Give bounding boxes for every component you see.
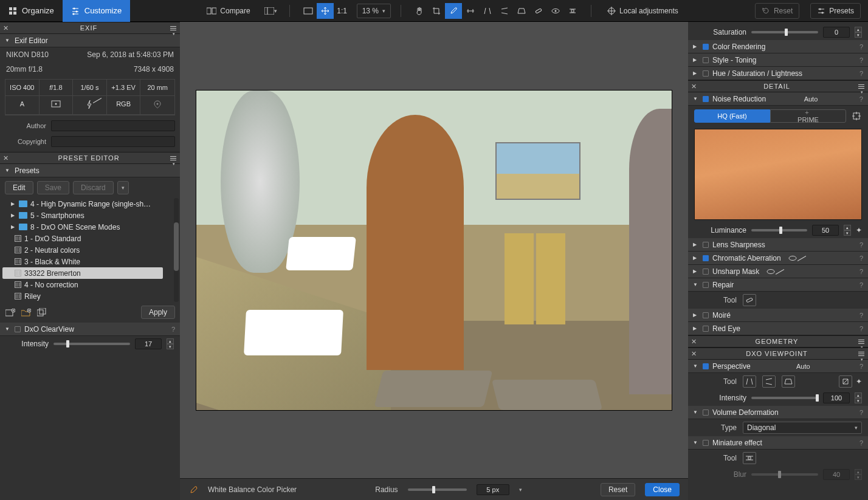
intensity-spinner[interactable]: ▴▾ (167, 338, 174, 349)
picker-tool[interactable] (445, 3, 462, 19)
panel-menu-icon[interactable] (167, 150, 180, 166)
moire-section[interactable]: ▶Moiré? (688, 309, 868, 322)
lens-sharpness-section[interactable]: ▶Lens Sharpness? (688, 238, 868, 252)
crop-tool[interactable] (428, 3, 445, 19)
top-presets-button[interactable]: Presets (810, 3, 861, 19)
preset-folder[interactable]: ▶4 - High Dynamic Range (single-sh… (2, 198, 177, 210)
panel-menu-icon[interactable] (855, 78, 868, 95)
repair-tool[interactable] (530, 3, 547, 19)
help-icon[interactable]: ? (859, 57, 863, 64)
bottom-reset-button[interactable]: Reset (601, 483, 635, 496)
saturation-spinner[interactable]: ▴▾ (855, 27, 862, 38)
help-icon[interactable]: ? (171, 326, 175, 333)
compare-button[interactable]: Compare (201, 3, 256, 19)
perspective-h-tool[interactable] (496, 3, 513, 19)
luminance-slider[interactable] (751, 229, 807, 231)
exif-section[interactable]: ▼ Exif Editor (0, 34, 180, 47)
redeye-section[interactable]: ▶Red Eye? (688, 322, 868, 335)
tab-customize[interactable]: Customize (63, 0, 130, 22)
help-icon[interactable]: ? (859, 363, 863, 370)
vp-intensity-slider[interactable] (751, 397, 818, 399)
hand-tool[interactable] (411, 3, 428, 19)
new-folder-icon[interactable] (21, 308, 32, 317)
style-toning-section[interactable]: ▶Style - Toning? (688, 53, 868, 67)
preset-item[interactable]: 3 - Black & White (2, 256, 177, 267)
photo-preview[interactable] (196, 90, 672, 411)
saturation-slider[interactable] (751, 31, 818, 33)
checkbox[interactable] (703, 242, 709, 248)
chromatic-aberration-section[interactable]: ▶Chromatic Aberration? (688, 252, 868, 265)
copyright-field[interactable] (51, 136, 175, 147)
help-icon[interactable]: ? (859, 409, 863, 416)
type-dropdown[interactable]: Diagonal ▾ (743, 422, 862, 434)
horizon-tool[interactable] (462, 3, 479, 19)
hq-fast-toggle[interactable]: HQ (Fast) (694, 109, 770, 123)
checkbox-on[interactable] (703, 255, 709, 261)
help-icon[interactable]: ? (859, 70, 863, 77)
perspective-v-tool[interactable] (479, 3, 496, 19)
mini-tool[interactable] (564, 3, 581, 19)
color-rendering-section[interactable]: ▶Color Rendering? (688, 40, 868, 53)
mini-tool-button[interactable] (743, 452, 756, 464)
repair-tool-button[interactable] (743, 294, 756, 306)
checkbox[interactable] (703, 409, 709, 416)
help-icon[interactable]: ? (859, 268, 863, 275)
checkbox[interactable] (703, 326, 709, 332)
panel-menu-icon[interactable] (855, 346, 868, 362)
fit-tool[interactable] (300, 3, 317, 19)
move-tool[interactable] (317, 3, 334, 19)
repair-section[interactable]: ▼Repair? (688, 278, 868, 292)
author-field[interactable] (51, 120, 175, 131)
save-button[interactable]: Save (37, 181, 69, 194)
close-icon[interactable]: ✕ (0, 154, 11, 162)
apply-button[interactable]: Apply (141, 306, 175, 319)
checkbox[interactable] (703, 312, 709, 318)
tab-organize[interactable]: Organize (0, 0, 63, 22)
miniature-section[interactable]: ▼ Miniature effect ? (688, 436, 868, 450)
prime-toggle[interactable]: +PRIME (770, 109, 846, 123)
unsharp-mask-section[interactable]: ▶Unsharp Mask? (688, 265, 868, 278)
close-icon[interactable]: ✕ (688, 350, 699, 358)
magic-wand-icon[interactable]: ✦ (856, 226, 862, 235)
preset-folder[interactable]: ▶8 - DxO ONE Scene Modes (2, 221, 177, 233)
radius-value[interactable]: 5 px (477, 484, 509, 495)
scrollbar-thumb[interactable] (174, 222, 179, 271)
checkbox[interactable] (703, 269, 709, 275)
presets-section[interactable]: ▼ Presets (0, 164, 180, 177)
intensity-slider[interactable] (53, 343, 130, 345)
close-icon[interactable]: ✕ (688, 338, 699, 346)
one-to-one-button[interactable]: 1:1 (334, 3, 351, 19)
help-icon[interactable]: ? (859, 439, 863, 447)
perspective-section[interactable]: ▼ Perspective Auto ? (688, 360, 868, 373)
luminance-value[interactable]: 50 (812, 225, 839, 236)
blur-slider[interactable] (751, 473, 818, 476)
checkbox[interactable] (703, 70, 709, 77)
help-icon[interactable]: ? (859, 241, 863, 248)
preset-folder[interactable]: ▶5 - Smartphones (2, 210, 177, 221)
volume-deformation-section[interactable]: ▼ Volume Deformation ? (688, 406, 868, 419)
top-reset-button[interactable]: Reset (755, 3, 799, 19)
close-icon[interactable]: ✕ (688, 83, 699, 91)
preset-item-selected[interactable]: 33322 Bremerton (2, 267, 163, 279)
checkbox[interactable] (15, 326, 21, 332)
preset-item[interactable]: 2 - Neutral colors (2, 244, 177, 256)
auto-label[interactable]: Auto (796, 363, 814, 370)
local-adjustments-button[interactable]: Local adjustments (601, 3, 684, 19)
checkbox-on[interactable] (703, 96, 709, 102)
magic-wand-icon[interactable]: ✦ (856, 375, 862, 388)
discard-button[interactable]: Discard (73, 181, 114, 194)
preset-item[interactable]: 4 - No correction (2, 279, 177, 290)
blur-value[interactable]: 40 (823, 469, 850, 480)
luminance-spinner[interactable]: ▴▾ (844, 225, 851, 236)
vp-intensity-value[interactable]: 100 (823, 392, 850, 403)
auto-label[interactable]: Auto (804, 95, 822, 103)
redeye-tool[interactable] (547, 3, 564, 19)
persp-tool-2[interactable] (762, 375, 776, 388)
close-button[interactable]: Close (645, 483, 680, 496)
layout-dropdown[interactable]: ▾ (263, 3, 280, 19)
eye-off-icon[interactable] (788, 255, 797, 261)
preset-item[interactable]: Riley (2, 290, 177, 302)
new-preset-icon[interactable] (5, 308, 16, 317)
preset-item[interactable]: 1 - DxO Standard (2, 233, 177, 244)
target-icon[interactable] (851, 112, 862, 120)
